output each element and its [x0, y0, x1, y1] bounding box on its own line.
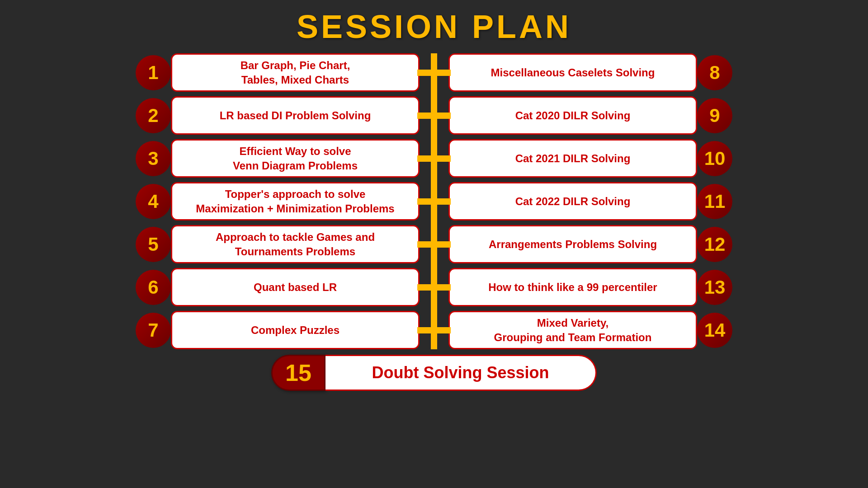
session-number-badge: 7: [136, 313, 171, 348]
session-item-label: LR based DI Problem Solving: [171, 96, 420, 135]
session-item-3: Efficient Way to solveVenn Diagram Probl…: [18, 139, 434, 178]
session-number-badge: 10: [697, 141, 732, 176]
session-number-badge: 8: [697, 55, 732, 90]
bottom-item: 15Doubt Solving Session: [271, 355, 597, 391]
session-number-badge: 14: [697, 313, 732, 348]
session-number-badge: 5: [136, 227, 171, 262]
session-item-label: Complex Puzzles: [171, 311, 420, 349]
session-item-9: Cat 2020 DILR Solving9: [434, 96, 850, 135]
session-number-badge: 4: [136, 184, 171, 219]
session-item-6: Quant based LR6: [18, 268, 434, 306]
session-item-label: Approach to tackle Games andTournaments …: [171, 225, 420, 263]
session-item-8: Miscellaneous Caselets Solving8: [434, 53, 850, 92]
session-item-label: Efficient Way to solveVenn Diagram Probl…: [171, 139, 420, 178]
session-item-1: Bar Graph, Pie Chart,Tables, Mixed Chart…: [18, 53, 434, 92]
session-number-badge-15: 15: [271, 355, 326, 391]
session-item-2: LR based DI Problem Solving2: [18, 96, 434, 135]
session-item-label: Arrangements Problems Solving: [448, 225, 697, 263]
session-number-badge: 3: [136, 141, 171, 176]
session-number-badge: 12: [697, 227, 732, 262]
session-grid: Bar Graph, Pie Chart,Tables, Mixed Chart…: [18, 53, 850, 349]
session-number-badge: 11: [697, 184, 732, 219]
session-item-4: Topper's approach to solveMaximization +…: [18, 182, 434, 221]
session-item-label: Miscellaneous Caselets Solving: [448, 53, 697, 92]
session-item-7: Complex Puzzles7: [18, 311, 434, 349]
session-item-label: Cat 2020 DILR Solving: [448, 96, 697, 135]
session-item-label: How to think like a 99 percentiler: [448, 268, 697, 306]
session-number-badge: 2: [136, 98, 171, 133]
session-number-badge: 13: [697, 270, 732, 305]
session-item-10: Cat 2021 DILR Solving10: [434, 139, 850, 178]
session-number-badge: 9: [697, 98, 732, 133]
session-number-badge: 6: [136, 270, 171, 305]
session-item-11: Cat 2022 DILR Solving11: [434, 182, 850, 221]
session-item-label: Cat 2021 DILR Solving: [448, 139, 697, 178]
session-item-15-label: Doubt Solving Session: [326, 355, 597, 391]
session-number-badge: 1: [136, 55, 171, 90]
session-item-label: Mixed Variety,Grouping and Team Formatio…: [448, 311, 697, 349]
session-item-13: How to think like a 99 percentiler13: [434, 268, 850, 306]
session-item-14: Mixed Variety,Grouping and Team Formatio…: [434, 311, 850, 349]
session-item-label: Quant based LR: [171, 268, 420, 306]
session-item-label: Cat 2022 DILR Solving: [448, 182, 697, 221]
session-item-12: Arrangements Problems Solving12: [434, 225, 850, 263]
session-item-label: Topper's approach to solveMaximization +…: [171, 182, 420, 221]
session-item-5: Approach to tackle Games andTournaments …: [18, 225, 434, 263]
session-item-label: Bar Graph, Pie Chart,Tables, Mixed Chart…: [171, 53, 420, 92]
page-title: SESSION PLAN: [297, 8, 571, 45]
